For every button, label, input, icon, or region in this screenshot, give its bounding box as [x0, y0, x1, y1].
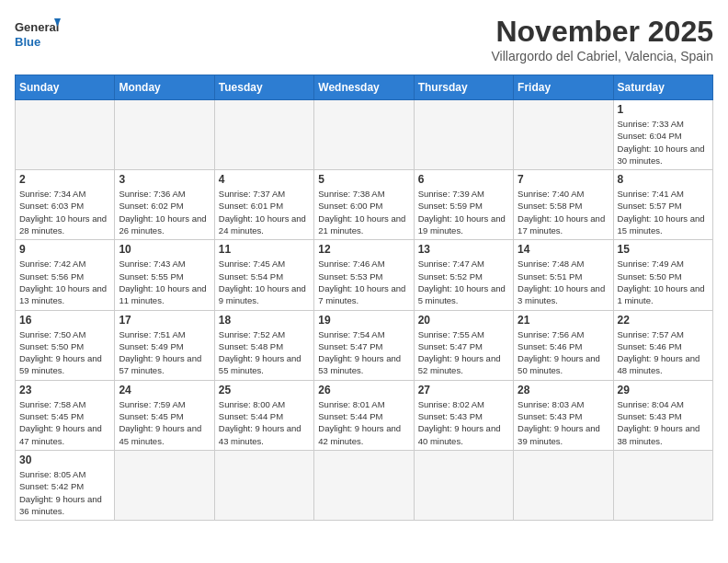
weekday-header-thursday: Thursday	[414, 75, 513, 100]
day-number: 15	[618, 243, 709, 256]
calendar-cell: 16Sunrise: 7:50 AM Sunset: 5:50 PM Dayli…	[16, 310, 115, 380]
day-number: 10	[119, 243, 210, 256]
calendar-cell: 11Sunrise: 7:45 AM Sunset: 5:54 PM Dayli…	[214, 240, 313, 310]
day-number: 2	[19, 173, 110, 186]
day-number: 24	[119, 384, 210, 396]
day-info: Sunrise: 7:37 AM Sunset: 6:01 PM Dayligh…	[219, 188, 310, 236]
day-number: 26	[318, 384, 409, 396]
day-number: 23	[19, 384, 110, 396]
month-title: November 2025	[491, 15, 713, 49]
day-info: Sunrise: 7:57 AM Sunset: 5:46 PM Dayligh…	[618, 328, 709, 377]
day-info: Sunrise: 7:51 AM Sunset: 5:49 PM Dayligh…	[119, 328, 210, 377]
day-number: 4	[219, 173, 310, 186]
day-number: 21	[518, 314, 609, 327]
weekday-header-row: SundayMondayTuesdayWednesdayThursdayFrid…	[16, 75, 713, 100]
day-number: 3	[119, 173, 210, 186]
logo-svg: General Blue	[15, 15, 61, 53]
weekday-header-monday: Monday	[115, 75, 214, 100]
title-block: November 2025 Villargordo del Cabriel, V…	[491, 15, 713, 63]
calendar-cell	[613, 450, 712, 520]
day-number: 7	[518, 173, 609, 186]
calendar-cell	[414, 100, 513, 170]
calendar-cell: 26Sunrise: 8:01 AM Sunset: 5:44 PM Dayli…	[314, 380, 414, 450]
day-info: Sunrise: 7:34 AM Sunset: 6:03 PM Dayligh…	[19, 188, 110, 236]
day-info: Sunrise: 7:36 AM Sunset: 6:02 PM Dayligh…	[119, 188, 210, 236]
calendar-cell: 4Sunrise: 7:37 AM Sunset: 6:01 PM Daylig…	[214, 170, 313, 240]
day-number: 18	[219, 314, 310, 327]
day-info: Sunrise: 7:49 AM Sunset: 5:50 PM Dayligh…	[618, 258, 709, 306]
calendar-cell	[314, 450, 414, 520]
calendar-cell	[314, 100, 414, 170]
calendar-cell: 24Sunrise: 7:59 AM Sunset: 5:45 PM Dayli…	[115, 380, 214, 450]
calendar-cell: 17Sunrise: 7:51 AM Sunset: 5:49 PM Dayli…	[115, 310, 214, 380]
day-number: 6	[418, 173, 509, 186]
calendar-cell: 2Sunrise: 7:34 AM Sunset: 6:03 PM Daylig…	[16, 170, 115, 240]
day-number: 12	[318, 243, 409, 256]
day-info: Sunrise: 7:33 AM Sunset: 6:04 PM Dayligh…	[618, 118, 709, 167]
svg-text:General: General	[15, 20, 59, 34]
calendar: SundayMondayTuesdayWednesdayThursdayFrid…	[15, 75, 713, 521]
day-info: Sunrise: 7:43 AM Sunset: 5:55 PM Dayligh…	[119, 258, 210, 306]
day-number: 20	[418, 314, 509, 327]
weekday-header-wednesday: Wednesday	[314, 75, 414, 100]
day-info: Sunrise: 7:46 AM Sunset: 5:53 PM Dayligh…	[318, 258, 409, 306]
calendar-cell: 20Sunrise: 7:55 AM Sunset: 5:47 PM Dayli…	[414, 310, 513, 380]
day-info: Sunrise: 7:50 AM Sunset: 5:50 PM Dayligh…	[19, 328, 110, 377]
weekday-header-saturday: Saturday	[613, 75, 712, 100]
day-info: Sunrise: 7:55 AM Sunset: 5:47 PM Dayligh…	[418, 328, 509, 377]
location: Villargordo del Cabriel, Valencia, Spain	[491, 49, 713, 63]
calendar-cell: 22Sunrise: 7:57 AM Sunset: 5:46 PM Dayli…	[613, 310, 712, 380]
day-number: 5	[318, 173, 409, 186]
day-number: 25	[219, 384, 310, 396]
day-info: Sunrise: 8:03 AM Sunset: 5:43 PM Dayligh…	[518, 398, 609, 447]
day-info: Sunrise: 7:54 AM Sunset: 5:47 PM Dayligh…	[318, 328, 409, 377]
calendar-cell: 3Sunrise: 7:36 AM Sunset: 6:02 PM Daylig…	[115, 170, 214, 240]
day-number: 19	[318, 314, 409, 327]
calendar-cell	[115, 450, 214, 520]
day-info: Sunrise: 8:04 AM Sunset: 5:43 PM Dayligh…	[618, 398, 709, 447]
day-info: Sunrise: 7:59 AM Sunset: 5:45 PM Dayligh…	[119, 398, 210, 447]
day-info: Sunrise: 7:40 AM Sunset: 5:58 PM Dayligh…	[518, 188, 609, 236]
calendar-cell: 12Sunrise: 7:46 AM Sunset: 5:53 PM Dayli…	[314, 240, 414, 310]
calendar-cell: 23Sunrise: 7:58 AM Sunset: 5:45 PM Dayli…	[16, 380, 115, 450]
calendar-cell: 18Sunrise: 7:52 AM Sunset: 5:48 PM Dayli…	[214, 310, 313, 380]
calendar-week-6: 30Sunrise: 8:05 AM Sunset: 5:42 PM Dayli…	[16, 450, 713, 520]
day-number: 11	[219, 243, 310, 256]
weekday-header-friday: Friday	[514, 75, 613, 100]
calendar-cell: 29Sunrise: 8:04 AM Sunset: 5:43 PM Dayli…	[613, 380, 712, 450]
day-number: 30	[19, 454, 110, 466]
calendar-cell: 14Sunrise: 7:48 AM Sunset: 5:51 PM Dayli…	[514, 240, 613, 310]
calendar-cell	[514, 450, 613, 520]
svg-text:Blue: Blue	[15, 35, 40, 49]
day-number: 29	[618, 384, 709, 396]
day-info: Sunrise: 7:52 AM Sunset: 5:48 PM Dayligh…	[219, 328, 310, 377]
day-number: 22	[618, 314, 709, 327]
calendar-cell: 9Sunrise: 7:42 AM Sunset: 5:56 PM Daylig…	[16, 240, 115, 310]
calendar-cell: 8Sunrise: 7:41 AM Sunset: 5:57 PM Daylig…	[613, 170, 712, 240]
day-info: Sunrise: 7:56 AM Sunset: 5:46 PM Dayligh…	[518, 328, 609, 377]
calendar-cell: 6Sunrise: 7:39 AM Sunset: 5:59 PM Daylig…	[414, 170, 513, 240]
day-number: 16	[19, 314, 110, 327]
calendar-week-4: 16Sunrise: 7:50 AM Sunset: 5:50 PM Dayli…	[16, 310, 713, 380]
calendar-cell: 25Sunrise: 8:00 AM Sunset: 5:44 PM Dayli…	[214, 380, 313, 450]
day-info: Sunrise: 7:58 AM Sunset: 5:45 PM Dayligh…	[19, 398, 110, 447]
page-header: General Blue November 2025 Villargordo d…	[15, 15, 713, 63]
day-number: 27	[418, 384, 509, 396]
day-number: 14	[518, 243, 609, 256]
logo: General Blue	[15, 15, 61, 53]
calendar-cell: 27Sunrise: 8:02 AM Sunset: 5:43 PM Dayli…	[414, 380, 513, 450]
day-number: 9	[19, 243, 110, 256]
calendar-cell: 13Sunrise: 7:47 AM Sunset: 5:52 PM Dayli…	[414, 240, 513, 310]
calendar-cell	[414, 450, 513, 520]
calendar-cell: 5Sunrise: 7:38 AM Sunset: 6:00 PM Daylig…	[314, 170, 414, 240]
weekday-header-sunday: Sunday	[16, 75, 115, 100]
day-number: 1	[618, 103, 709, 116]
calendar-cell: 7Sunrise: 7:40 AM Sunset: 5:58 PM Daylig…	[514, 170, 613, 240]
day-info: Sunrise: 7:38 AM Sunset: 6:00 PM Dayligh…	[318, 188, 409, 236]
calendar-cell: 10Sunrise: 7:43 AM Sunset: 5:55 PM Dayli…	[115, 240, 214, 310]
calendar-cell: 28Sunrise: 8:03 AM Sunset: 5:43 PM Dayli…	[514, 380, 613, 450]
calendar-cell	[514, 100, 613, 170]
day-info: Sunrise: 8:05 AM Sunset: 5:42 PM Dayligh…	[19, 468, 110, 517]
calendar-cell: 15Sunrise: 7:49 AM Sunset: 5:50 PM Dayli…	[613, 240, 712, 310]
weekday-header-tuesday: Tuesday	[214, 75, 313, 100]
